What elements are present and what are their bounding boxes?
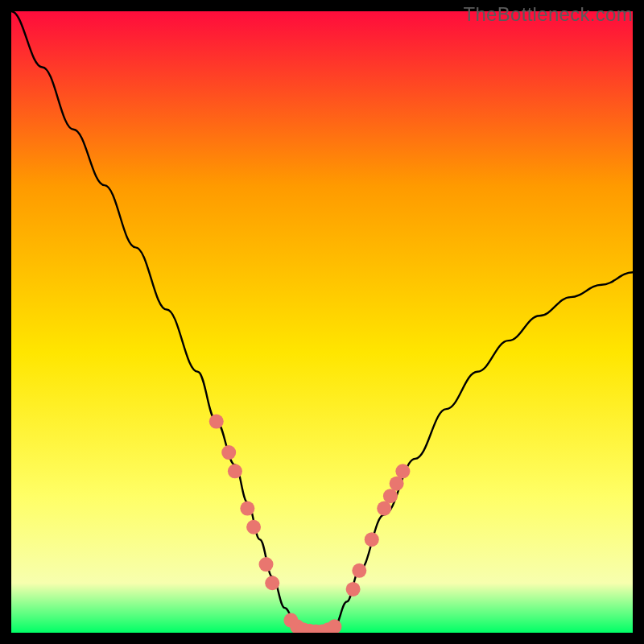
data-point bbox=[228, 464, 242, 478]
data-point bbox=[221, 445, 236, 460]
data-point bbox=[390, 477, 404, 491]
chart-frame: TheBottleneck.com bbox=[0, 0, 644, 644]
data-point bbox=[346, 582, 361, 597]
chart-svg bbox=[11, 11, 633, 633]
data-point bbox=[365, 532, 379, 547]
data-point bbox=[246, 520, 261, 535]
data-point bbox=[395, 464, 410, 478]
data-point bbox=[377, 502, 391, 516]
plot-area bbox=[11, 11, 633, 633]
watermark-text: TheBottleneck.com bbox=[463, 3, 633, 26]
data-point bbox=[240, 502, 254, 516]
data-point bbox=[352, 564, 366, 578]
gradient-background bbox=[11, 11, 633, 633]
data-point bbox=[209, 415, 224, 429]
data-point bbox=[259, 557, 274, 572]
data-point bbox=[265, 576, 279, 590]
data-point bbox=[383, 489, 398, 503]
